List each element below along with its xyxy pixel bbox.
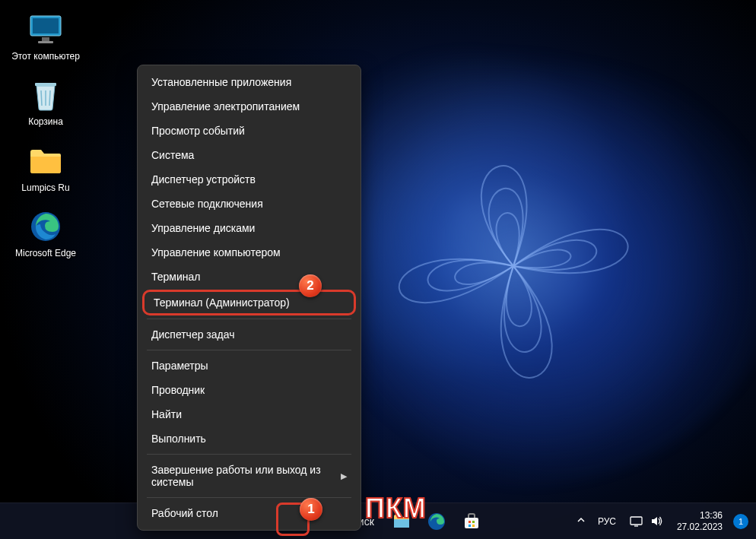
- menu-item-label: Завершение работы или выход из системы: [151, 464, 341, 488]
- menu-item-label: Диспетчер устройств: [151, 173, 256, 185]
- desktop-icons-container: Этот компьютер Корзина Lumpics Ru Micros…: [11, 11, 80, 274]
- svg-rect-1: [33, 18, 59, 33]
- start-context-menu: Установленные приложенияУправление элект…: [137, 65, 361, 531]
- volume-icon: [650, 515, 663, 528]
- desktop-icon-label: Корзина: [28, 116, 63, 127]
- menu-item-label: Рабочий стол: [151, 507, 218, 519]
- menu-item[interactable]: Управление электропитанием: [138, 94, 361, 119]
- language-indicator[interactable]: РУС: [592, 506, 622, 537]
- desktop-icon-edge[interactable]: Microsoft Edge: [11, 208, 80, 258]
- desktop-icon-recycle-bin[interactable]: Корзина: [11, 77, 80, 127]
- menu-item[interactable]: Просмотр событий: [138, 119, 361, 143]
- chevron-up-icon: [577, 515, 586, 525]
- menu-item[interactable]: Терминал (Администратор): [142, 290, 356, 315]
- edge-icon: [427, 512, 446, 531]
- menu-item[interactable]: Терминал: [138, 265, 361, 289]
- desktop-icon-label: Microsoft Edge: [15, 248, 76, 258]
- menu-item[interactable]: Проводник: [138, 378, 361, 402]
- desktop-icon-label: Этот компьютер: [11, 51, 80, 62]
- menu-item[interactable]: Управление компьютером: [138, 240, 361, 265]
- edge-icon: [27, 208, 64, 245]
- menu-item[interactable]: Диспетчер устройств: [138, 167, 361, 192]
- notification-badge[interactable]: 1: [733, 514, 748, 529]
- svg-rect-15: [469, 521, 471, 523]
- computer-icon: [27, 11, 64, 48]
- annotation-pkm-label: ПКМ: [365, 493, 427, 525]
- svg-rect-16: [472, 521, 475, 523]
- wallpaper-petals: [304, 76, 723, 456]
- menu-item[interactable]: Выполнить: [138, 426, 361, 451]
- taskbar-right: РУС 13:36 27.02.2023 1: [572, 506, 756, 537]
- chevron-right-icon: ▶: [341, 471, 347, 481]
- menu-separator: [147, 454, 351, 455]
- menu-item-label: Терминал: [151, 271, 200, 283]
- menu-item[interactable]: Сетевые подключения: [138, 192, 361, 216]
- desktop-icon-this-pc[interactable]: Этот компьютер: [11, 11, 80, 62]
- menu-item[interactable]: Диспетчер задач: [138, 322, 361, 347]
- menu-item[interactable]: Рабочий стол: [138, 501, 361, 525]
- menu-separator: [147, 350, 351, 350]
- menu-item-label: Проводник: [151, 384, 205, 396]
- svg-rect-18: [472, 525, 475, 527]
- svg-rect-4: [35, 83, 56, 86]
- menu-item-label: Терминал (Администратор): [154, 296, 290, 309]
- menu-item[interactable]: Управление дисками: [138, 216, 361, 240]
- menu-item-label: Управление электропитанием: [151, 100, 300, 113]
- taskbar-store[interactable]: [456, 506, 487, 537]
- svg-rect-17: [469, 525, 471, 527]
- menu-separator: [147, 497, 351, 498]
- menu-item[interactable]: Система: [138, 143, 361, 167]
- desktop-icon-folder[interactable]: Lumpics Ru: [11, 143, 80, 193]
- menu-item[interactable]: Параметры: [138, 354, 361, 378]
- menu-separator: [147, 319, 351, 319]
- annotation-badge-2: 2: [299, 274, 322, 297]
- menu-item-label: Управление дисками: [151, 222, 255, 234]
- desktop-icon-label: Lumpics Ru: [21, 182, 69, 193]
- recycle-bin-icon: [27, 77, 64, 113]
- folder-icon: [27, 143, 64, 179]
- clock-time: 13:36: [677, 510, 723, 522]
- network-icon: [630, 515, 643, 528]
- menu-item[interactable]: Найти: [138, 402, 361, 426]
- menu-item-label: Найти: [151, 408, 182, 420]
- menu-item-label: Просмотр событий: [151, 125, 245, 137]
- menu-item-label: Система: [151, 149, 194, 161]
- menu-item[interactable]: Установленные приложения: [138, 70, 361, 94]
- svg-rect-2: [42, 37, 49, 41]
- svg-rect-19: [631, 517, 642, 525]
- menu-item-label: Диспетчер задач: [151, 328, 235, 341]
- menu-item-label: Параметры: [151, 360, 208, 372]
- svg-rect-3: [38, 41, 53, 43]
- tray-overflow-button[interactable]: [572, 515, 590, 527]
- svg-rect-14: [465, 518, 478, 528]
- menu-item-label: Выполнить: [151, 433, 206, 445]
- menu-item-label: Установленные приложения: [151, 76, 291, 88]
- desktop[interactable]: Этот компьютер Корзина Lumpics Ru Micros…: [0, 0, 756, 539]
- taskbar-clock[interactable]: 13:36 27.02.2023: [671, 510, 729, 533]
- annotation-badge-1: 1: [300, 498, 322, 521]
- clock-date: 27.02.2023: [677, 522, 723, 533]
- menu-item-label: Сетевые подключения: [151, 198, 263, 210]
- menu-item-label: Управление компьютером: [151, 246, 281, 258]
- system-tray[interactable]: [624, 506, 669, 537]
- store-icon: [462, 512, 481, 531]
- menu-item[interactable]: Завершение работы или выход из системы▶: [138, 458, 361, 494]
- language-text: РУС: [598, 516, 616, 527]
